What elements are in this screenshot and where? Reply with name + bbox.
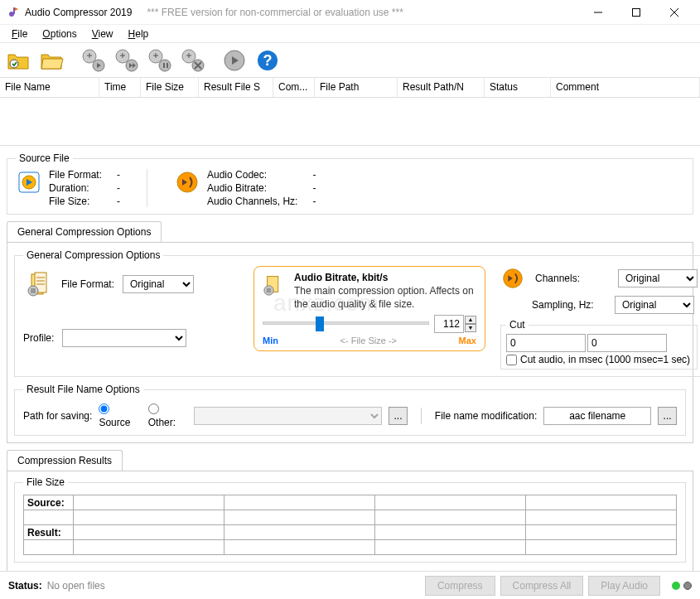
gco-group: General Compression Options File Format:… <box>14 249 700 377</box>
titlebar: Audio Compressor 2019 *** FREE version f… <box>0 0 700 25</box>
bitrate-slider[interactable] <box>263 314 429 334</box>
bitrate-desc: The main compression option. Affects on … <box>294 285 476 311</box>
path-other-select[interactable] <box>194 407 382 425</box>
bitrate-spin-down[interactable]: ▼ <box>465 324 476 332</box>
bitrate-max-label: Max <box>459 336 476 345</box>
result-filename-group: Result File Name Options Path for saving… <box>14 384 686 436</box>
status-label: Status: <box>8 580 42 592</box>
source-file-group: Source File File Format:- Duration:- Fil… <box>7 152 693 215</box>
file-grid-body[interactable] <box>0 98 700 146</box>
audio-codec-label: Audio Codec: <box>207 169 297 181</box>
audio-bitrate-label: Audio Bitrate: <box>207 182 297 194</box>
menu-options[interactable]: Options <box>36 27 83 41</box>
bitrate-spin-up[interactable]: ▲ <box>465 316 476 324</box>
open-file-button[interactable] <box>3 45 35 76</box>
statusbar: Status: No open files Compress Compress … <box>0 571 700 599</box>
col-status[interactable]: Status <box>485 78 551 97</box>
col-comment[interactable]: Comment <box>551 78 700 97</box>
process-pause-button[interactable] <box>144 45 176 76</box>
bitrate-min-label: Min <box>263 336 278 345</box>
svg-rect-27 <box>267 288 272 293</box>
gco-legend: General Compression Options <box>23 249 163 261</box>
menu-file[interactable]: File <box>5 27 34 41</box>
filesize-label: File Size: <box>49 196 102 207</box>
maximize-button[interactable] <box>617 0 655 25</box>
status-dot-green <box>672 582 680 590</box>
sampling-select[interactable]: Original <box>615 296 694 314</box>
play-audio-button[interactable] <box>219 45 250 76</box>
cut-audio-checkbox[interactable] <box>506 355 517 365</box>
audio-channels-value: - <box>312 196 316 207</box>
result-filename-legend: Result File Name Options <box>23 384 143 395</box>
source-file-legend: Source File <box>16 152 73 164</box>
cut-audio-label: Cut audio, in msec (1000 msec=1 sec) <box>520 354 690 365</box>
tab-general-compression[interactable]: General Compression Options <box>7 221 162 242</box>
gco-file-format-label: File Format: <box>61 278 114 290</box>
bitrate-mid-label: <- File Size -> <box>340 336 397 345</box>
duration-label: Duration: <box>49 182 102 194</box>
open-folder-button[interactable] <box>36 45 68 76</box>
bitrate-input[interactable] <box>434 315 464 333</box>
tab-compression-results[interactable]: Compression Results <box>7 450 123 471</box>
col-filesize[interactable]: File Size <box>141 78 199 97</box>
app-title: Audio Compressor 2019 <box>25 7 132 18</box>
file-format-label: File Format: <box>49 169 102 181</box>
channels-label: Channels: <box>535 273 611 284</box>
audio-channels-label: Audio Channels, Hz: <box>207 196 297 207</box>
svg-text:?: ? <box>263 52 273 69</box>
help-button[interactable]: ? <box>252 45 283 76</box>
bitrate-title: Audio Bitrate, kbit/s <box>294 272 476 283</box>
filesize-group: File Size Source: Result: <box>14 476 686 563</box>
channels-icon <box>500 266 525 291</box>
bitrate-group: Audio Bitrate, kbit/s The main compressi… <box>253 266 485 351</box>
col-resultfilesize[interactable]: Result File S <box>199 78 273 97</box>
status-dot-grey <box>683 582 692 590</box>
file-format-value: - <box>117 169 120 181</box>
play-audio-action[interactable]: Play Audio <box>588 576 660 596</box>
audio-codec-value: - <box>312 169 316 181</box>
close-button[interactable] <box>655 0 693 25</box>
process-play-all-button[interactable] <box>111 45 142 76</box>
menubar: File Options View Help <box>0 25 700 43</box>
filesize-value: - <box>117 196 120 207</box>
minimize-button[interactable] <box>579 0 617 25</box>
fname-mod-input[interactable] <box>543 407 651 425</box>
col-time[interactable]: Time <box>99 78 141 97</box>
col-comp[interactable]: Com... <box>273 78 315 97</box>
process-play-button[interactable] <box>78 45 109 76</box>
svg-rect-1 <box>13 7 15 14</box>
filesize-legend: File Size <box>23 476 68 488</box>
filesize-table: Source: Result: <box>23 495 677 555</box>
cut-group: Cut Cut audio, in msec (1000 msec=1 sec) <box>500 319 698 370</box>
col-filename[interactable]: File Name <box>0 78 99 97</box>
file-grid-header: File Name Time File Size Result File S C… <box>0 78 700 98</box>
path-other-radio[interactable] <box>148 403 159 414</box>
menu-help[interactable]: Help <box>122 27 156 41</box>
menu-view[interactable]: View <box>85 27 120 41</box>
svg-point-6 <box>10 60 18 68</box>
cut-to-input[interactable] <box>587 334 667 352</box>
path-source-radio[interactable] <box>99 403 109 414</box>
window-controls <box>579 0 693 25</box>
col-resultpath[interactable]: Result Path/N <box>398 78 485 97</box>
status-text: No open files <box>47 580 105 592</box>
bitrate-icon <box>263 272 287 314</box>
fname-mod-button[interactable]: ... <box>658 407 677 425</box>
gco-file-format-select[interactable]: Original <box>123 275 194 293</box>
source-file-icon <box>16 169 42 196</box>
compress-button[interactable]: Compress <box>425 576 495 596</box>
cut-legend: Cut <box>506 319 529 331</box>
audio-codec-icon <box>174 169 200 196</box>
process-stop-button[interactable] <box>177 45 209 76</box>
channels-select[interactable]: Original <box>618 269 698 287</box>
path-saving-label: Path for saving: <box>23 410 92 422</box>
profile-select[interactable] <box>62 329 186 347</box>
col-filepath[interactable]: File Path <box>315 78 398 97</box>
sampling-label: Sampling, Hz: <box>532 299 608 311</box>
path-browse-button[interactable]: ... <box>389 407 408 425</box>
cut-from-input[interactable] <box>506 334 586 352</box>
path-other-label: Other: <box>148 417 176 428</box>
svg-rect-3 <box>633 8 640 16</box>
duration-value: - <box>117 182 120 194</box>
compress-all-button[interactable]: Compress All <box>500 576 584 596</box>
